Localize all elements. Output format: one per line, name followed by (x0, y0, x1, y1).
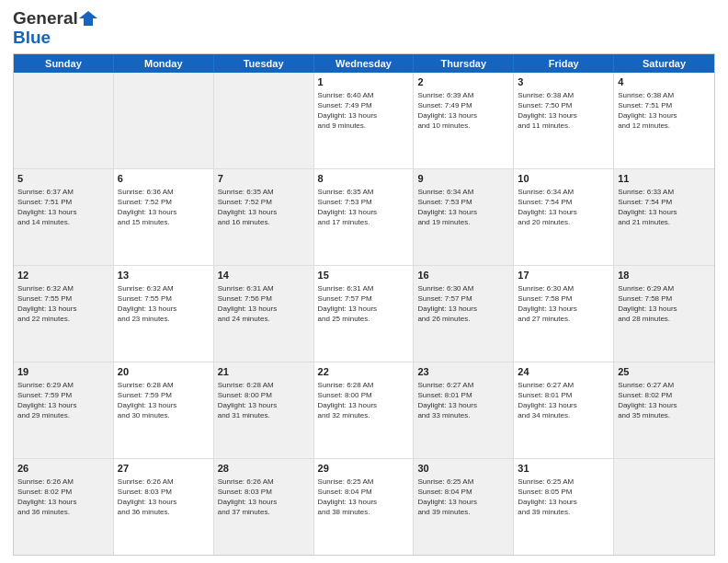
calendar-cell: 11Sunrise: 6:33 AM Sunset: 7:54 PM Dayli… (614, 169, 714, 265)
cell-info: Sunrise: 6:34 AM Sunset: 7:54 PM Dayligh… (518, 187, 609, 228)
day-number: 23 (417, 365, 509, 379)
cell-info: Sunrise: 6:27 AM Sunset: 8:02 PM Dayligh… (618, 380, 711, 421)
day-number: 9 (417, 172, 509, 186)
day-number: 5 (17, 172, 109, 186)
calendar-header-cell: Sunday (14, 54, 114, 73)
day-number: 10 (518, 172, 609, 186)
day-number: 4 (618, 75, 711, 89)
calendar-cell: 20Sunrise: 6:28 AM Sunset: 7:59 PM Dayli… (114, 362, 214, 458)
day-number: 21 (218, 365, 310, 379)
calendar-row: 19Sunrise: 6:29 AM Sunset: 7:59 PM Dayli… (14, 362, 714, 459)
logo-general-text: General (13, 9, 78, 29)
cell-info: Sunrise: 6:28 AM Sunset: 7:59 PM Dayligh… (118, 380, 210, 421)
logo: General Blue (13, 9, 98, 48)
calendar-cell: 4Sunrise: 6:38 AM Sunset: 7:51 PM Daylig… (614, 73, 714, 168)
calendar-cell: 2Sunrise: 6:39 AM Sunset: 7:49 PM Daylig… (414, 73, 514, 168)
calendar-cell: 9Sunrise: 6:34 AM Sunset: 7:53 PM Daylig… (414, 169, 514, 265)
day-number: 8 (318, 172, 410, 186)
cell-info: Sunrise: 6:30 AM Sunset: 7:58 PM Dayligh… (518, 283, 609, 325)
calendar-row: 5Sunrise: 6:37 AM Sunset: 7:51 PM Daylig… (14, 169, 714, 266)
cell-info: Sunrise: 6:26 AM Sunset: 8:03 PM Dayligh… (218, 477, 310, 518)
cell-info: Sunrise: 6:28 AM Sunset: 8:00 PM Dayligh… (218, 380, 310, 421)
day-number: 26 (17, 462, 109, 476)
calendar-cell: 14Sunrise: 6:31 AM Sunset: 7:56 PM Dayli… (214, 266, 314, 362)
calendar-cell: 3Sunrise: 6:38 AM Sunset: 7:50 PM Daylig… (514, 73, 614, 168)
day-number: 24 (518, 365, 609, 379)
calendar-row: 26Sunrise: 6:26 AM Sunset: 8:02 PM Dayli… (14, 459, 714, 555)
calendar-page: General Blue SundayMondayTuesdayWednesda… (0, 0, 728, 563)
day-number: 30 (417, 462, 509, 476)
calendar-cell: 22Sunrise: 6:28 AM Sunset: 8:00 PM Dayli… (314, 362, 415, 458)
day-number: 19 (17, 365, 109, 379)
calendar-cell: 26Sunrise: 6:26 AM Sunset: 8:02 PM Dayli… (14, 459, 114, 555)
calendar-cell: 19Sunrise: 6:29 AM Sunset: 7:59 PM Dayli… (14, 362, 114, 458)
calendar-cell: 13Sunrise: 6:32 AM Sunset: 7:55 PM Dayli… (114, 266, 214, 362)
day-number: 18 (618, 269, 711, 282)
calendar-body: 1Sunrise: 6:40 AM Sunset: 7:49 PM Daylig… (14, 73, 714, 555)
day-number: 11 (618, 172, 711, 186)
day-number: 16 (417, 269, 509, 282)
calendar-row: 12Sunrise: 6:32 AM Sunset: 7:55 PM Dayli… (14, 266, 714, 362)
day-number: 14 (218, 269, 310, 282)
calendar-header-cell: Saturday (614, 54, 714, 73)
day-number: 1 (318, 75, 410, 89)
calendar-header: SundayMondayTuesdayWednesdayThursdayFrid… (14, 54, 714, 73)
logo-blue-text: Blue (13, 29, 51, 48)
day-number: 29 (318, 462, 410, 476)
calendar-cell: 15Sunrise: 6:31 AM Sunset: 7:57 PM Dayli… (314, 266, 415, 362)
day-number: 22 (318, 365, 410, 379)
day-number: 15 (318, 269, 410, 282)
cell-info: Sunrise: 6:34 AM Sunset: 7:53 PM Dayligh… (417, 187, 509, 228)
calendar-cell: 5Sunrise: 6:37 AM Sunset: 7:51 PM Daylig… (14, 169, 114, 265)
calendar-cell: 28Sunrise: 6:26 AM Sunset: 8:03 PM Dayli… (214, 459, 314, 555)
calendar-cell (614, 459, 714, 555)
calendar: SundayMondayTuesdayWednesdayThursdayFrid… (13, 53, 715, 556)
day-number: 17 (518, 269, 609, 282)
day-number: 7 (218, 172, 310, 186)
calendar-cell: 6Sunrise: 6:36 AM Sunset: 7:52 PM Daylig… (114, 169, 214, 265)
calendar-header-cell: Wednesday (314, 54, 415, 73)
calendar-header-cell: Friday (514, 54, 614, 73)
cell-info: Sunrise: 6:31 AM Sunset: 7:57 PM Dayligh… (318, 283, 410, 325)
cell-info: Sunrise: 6:39 AM Sunset: 7:49 PM Dayligh… (417, 90, 509, 132)
cell-info: Sunrise: 6:30 AM Sunset: 7:57 PM Dayligh… (417, 283, 509, 325)
cell-info: Sunrise: 6:37 AM Sunset: 7:51 PM Dayligh… (17, 187, 109, 228)
calendar-cell: 24Sunrise: 6:27 AM Sunset: 8:01 PM Dayli… (514, 362, 614, 458)
day-number: 20 (118, 365, 210, 379)
cell-info: Sunrise: 6:29 AM Sunset: 7:58 PM Dayligh… (618, 283, 711, 325)
calendar-cell: 25Sunrise: 6:27 AM Sunset: 8:02 PM Dayli… (614, 362, 714, 458)
calendar-cell: 16Sunrise: 6:30 AM Sunset: 7:57 PM Dayli… (414, 266, 514, 362)
calendar-cell: 21Sunrise: 6:28 AM Sunset: 8:00 PM Dayli… (214, 362, 314, 458)
calendar-cell (214, 73, 314, 168)
day-number: 6 (118, 172, 210, 186)
calendar-header-cell: Thursday (414, 54, 514, 73)
day-number: 28 (218, 462, 310, 476)
calendar-cell: 27Sunrise: 6:26 AM Sunset: 8:03 PM Dayli… (114, 459, 214, 555)
day-number: 31 (518, 462, 609, 476)
cell-info: Sunrise: 6:27 AM Sunset: 8:01 PM Dayligh… (417, 380, 509, 421)
calendar-cell: 23Sunrise: 6:27 AM Sunset: 8:01 PM Dayli… (414, 362, 514, 458)
calendar-row: 1Sunrise: 6:40 AM Sunset: 7:49 PM Daylig… (14, 73, 714, 169)
day-number: 12 (17, 269, 109, 282)
cell-info: Sunrise: 6:33 AM Sunset: 7:54 PM Dayligh… (618, 187, 711, 228)
cell-info: Sunrise: 6:25 AM Sunset: 8:05 PM Dayligh… (518, 477, 609, 518)
calendar-cell: 10Sunrise: 6:34 AM Sunset: 7:54 PM Dayli… (514, 169, 614, 265)
cell-info: Sunrise: 6:25 AM Sunset: 8:04 PM Dayligh… (318, 477, 410, 518)
calendar-cell: 31Sunrise: 6:25 AM Sunset: 8:05 PM Dayli… (514, 459, 614, 555)
cell-info: Sunrise: 6:36 AM Sunset: 7:52 PM Dayligh… (118, 187, 210, 228)
calendar-cell: 12Sunrise: 6:32 AM Sunset: 7:55 PM Dayli… (14, 266, 114, 362)
calendar-cell: 30Sunrise: 6:25 AM Sunset: 8:04 PM Dayli… (414, 459, 514, 555)
cell-info: Sunrise: 6:35 AM Sunset: 7:53 PM Dayligh… (318, 187, 410, 228)
logo-icon (79, 11, 97, 26)
cell-info: Sunrise: 6:32 AM Sunset: 7:55 PM Dayligh… (17, 283, 109, 325)
cell-info: Sunrise: 6:38 AM Sunset: 7:50 PM Dayligh… (518, 90, 609, 132)
cell-info: Sunrise: 6:32 AM Sunset: 7:55 PM Dayligh… (118, 283, 210, 325)
cell-info: Sunrise: 6:35 AM Sunset: 7:52 PM Dayligh… (218, 187, 310, 228)
cell-info: Sunrise: 6:25 AM Sunset: 8:04 PM Dayligh… (417, 477, 509, 518)
page-header: General Blue (13, 9, 715, 48)
calendar-header-cell: Monday (114, 54, 214, 73)
cell-info: Sunrise: 6:26 AM Sunset: 8:03 PM Dayligh… (118, 477, 210, 518)
day-number: 3 (518, 75, 609, 89)
calendar-cell: 7Sunrise: 6:35 AM Sunset: 7:52 PM Daylig… (214, 169, 314, 265)
day-number: 13 (118, 269, 210, 282)
